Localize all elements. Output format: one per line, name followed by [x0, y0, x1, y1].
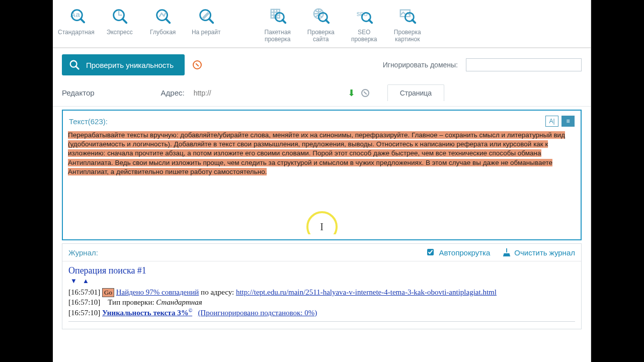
timestamp: [16:57:01] [68, 288, 100, 296]
autoscroll-label: Автопрокрутка [439, 248, 490, 257]
matches-link[interactable]: Найдено 97% совпадений [116, 288, 199, 296]
toolbar-seo[interactable]: SEO SEO проверка [346, 3, 382, 43]
editor-header: Редактор Адрес: ⬇ Страница [53, 81, 591, 107]
check-uniqueness-button[interactable]: Проверить уникальность [62, 54, 185, 75]
ignore-domains-input[interactable] [466, 58, 582, 71]
autoscroll-toggle[interactable]: Автопрокрутка [427, 248, 490, 257]
download-icon[interactable]: ⬇ [348, 87, 355, 99]
search-icon [69, 59, 80, 70]
svg-rect-29 [506, 248, 507, 252]
toolbar-seo-label: SEO проверка [351, 29, 377, 43]
uniqueness-link[interactable]: Уникальность текста 3%© [102, 309, 192, 317]
editor-box: Текст(623): A| ≡ Перерабатывайте тексты … [62, 110, 582, 240]
journal-body: Операция поиска #1 ▼ ▲ [16:57:01] Go Най… [62, 261, 581, 329]
svg-line-8 [166, 19, 170, 23]
check-type-label: Тип проверки: [108, 298, 156, 306]
ignored-subs-link[interactable]: (Проигнорировано подстановок: 0%) [198, 309, 317, 317]
toolbar-express-label: Экспресс [107, 29, 133, 36]
editor-textarea[interactable]: Перерабатывайте тексты вручную: добавляй… [68, 131, 576, 234]
timestamp: [16:57:10] [68, 298, 100, 306]
timestamp: [16:57:10] [68, 309, 100, 317]
stop-icon[interactable] [193, 60, 202, 69]
svg-line-10 [209, 19, 213, 23]
clear-journal-label: Очистить журнал [514, 248, 575, 257]
journal-line: [16:57:01] Go Найдено 97% совпадений по … [68, 288, 575, 297]
seo-icon: SEO [353, 5, 375, 27]
batch-icon [267, 5, 289, 27]
text-cursor-icon: I [320, 220, 324, 234]
go-badge[interactable]: Go [102, 288, 114, 297]
journal-line: [16:57:10] Тип проверки: Стандартная [68, 298, 575, 307]
view-mode-icons: A| ≡ [545, 116, 575, 127]
deep-icon [152, 5, 174, 27]
ignore-domains-label: Игнорировать домены: [383, 61, 458, 69]
editor-label: Редактор [62, 88, 95, 97]
svg-line-17 [282, 20, 285, 23]
toolbar-site[interactable]: Проверка сайта [303, 3, 339, 43]
source-url-link[interactable]: http://tept.edu.ru/main/2511-halyava-v-i… [236, 288, 497, 296]
clear-journal-button[interactable]: Очистить журнал [502, 248, 575, 257]
rewrite-icon [195, 5, 217, 27]
express-icon [109, 5, 131, 27]
toolbar-standard-label: Стандартная [58, 29, 95, 36]
toolbar-rewrite[interactable]: На рерайт [188, 3, 224, 36]
action-bar: Проверить уникальность Игнорировать доме… [53, 48, 591, 81]
check-type-value: Стандартная [156, 298, 202, 306]
toolbar-deep[interactable]: Глубокая [145, 3, 181, 36]
check-uniqueness-label: Проверить уникальность [86, 61, 174, 69]
svg-line-23 [369, 20, 372, 23]
svg-line-28 [76, 66, 79, 69]
address-label: Адрес: [161, 88, 185, 97]
svg-line-4 [122, 19, 126, 23]
toolbar-standard[interactable]: Aa Стандартная [58, 3, 95, 36]
editor-text: Перерабатывайте тексты вручную: добавляй… [68, 131, 565, 175]
divider [68, 321, 575, 322]
images-icon [396, 5, 419, 27]
sort-arrows-icon[interactable]: ▼ ▲ [70, 277, 575, 285]
journal-line: [16:57:10] Уникальность текста 3%© (Прои… [68, 308, 575, 317]
toolbar-batch[interactable]: Пакетная проверка [260, 3, 296, 43]
journal-panel: Журнал: Автопрокрутка Очистить журнал Оп… [62, 243, 582, 329]
at-text: по адресу: [199, 288, 236, 296]
svg-line-26 [412, 20, 415, 23]
autoscroll-checkbox[interactable] [427, 249, 434, 255]
operation-title: Операция поиска #1 [68, 265, 575, 276]
standard-icon: Aa [65, 5, 87, 27]
tab-page[interactable]: Страница [387, 84, 444, 101]
svg-line-2 [81, 19, 85, 23]
toolbar-rewrite-label: На рерайт [192, 29, 221, 36]
toolbar-group-right: Пакетная проверка Проверка сайта SEO [260, 3, 426, 43]
text-counter-label: Текст(623): [69, 117, 108, 126]
top-toolbar: Aa Стандартная Экспресс [53, 0, 591, 48]
view-mode-list-icon[interactable]: ≡ [561, 116, 575, 127]
toolbar-site-label: Проверка сайта [307, 29, 335, 43]
journal-title: Журнал: [68, 248, 98, 257]
toolbar-group-left: Aa Стандартная Экспресс [58, 3, 224, 36]
toolbar-batch-label: Пакетная проверка [265, 29, 291, 43]
toolbar-deep-label: Глубокая [150, 29, 176, 36]
toolbar-images-label: Проверка картинок [394, 29, 421, 43]
address-input[interactable] [191, 87, 342, 99]
block-icon[interactable] [361, 89, 369, 97]
broom-icon [502, 248, 511, 257]
svg-line-20 [326, 20, 329, 23]
site-icon [310, 5, 332, 27]
toolbar-images[interactable]: Проверка картинок [389, 3, 426, 43]
toolbar-express[interactable]: Экспресс [102, 3, 138, 36]
view-mode-text-icon[interactable]: A| [545, 116, 558, 127]
